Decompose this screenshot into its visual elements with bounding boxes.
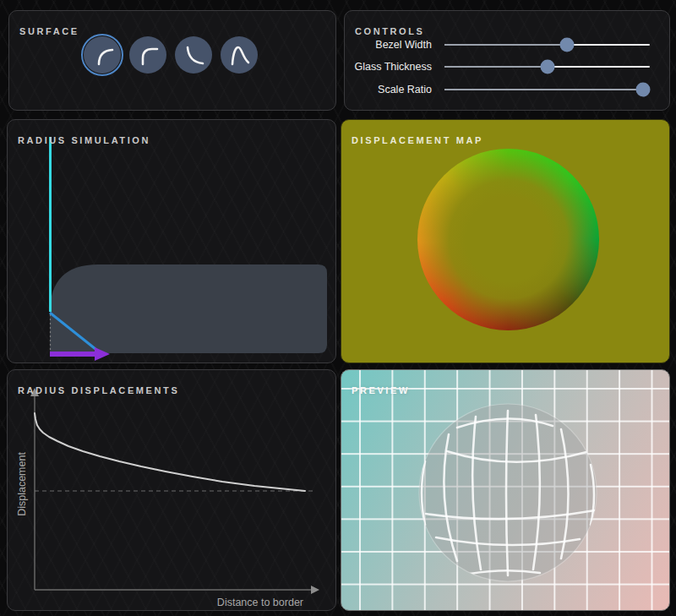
scale-ratio-label: Scale Ratio (345, 84, 432, 95)
displacement-chart: Displacement Distance to border (8, 370, 336, 611)
scale-ratio-slider-row: Scale Ratio (345, 82, 669, 97)
glass-surface-shape (50, 264, 327, 353)
lens-distorted-grid (419, 404, 597, 581)
bump-icon (221, 36, 258, 74)
bezel-width-slider-thumb[interactable] (559, 38, 574, 52)
rounded-corner-icon (129, 36, 166, 74)
x-axis-label: Distance to border (217, 597, 303, 608)
radius-simulation-canvas (8, 120, 336, 363)
bezel-width-slider-fill (444, 44, 567, 46)
radius-simulation-panel: RADIUS SIMULATION (7, 119, 336, 363)
surface-panel: SURFACE (8, 10, 336, 111)
convex-arc-icon (84, 36, 121, 74)
surface-option-convex-arc[interactable] (84, 36, 121, 74)
radius-simulation-panel-title: RADIUS SIMULATION (18, 135, 150, 145)
scale-ratio-slider-thumb[interactable] (635, 83, 650, 97)
surface-option-rounded-corner[interactable] (129, 36, 166, 74)
preview-panel-title: PREVIEW (352, 385, 410, 395)
surface-panel-title: SURFACE (19, 26, 79, 36)
radius-displacements-panel-title: RADIUS DISPLACEMENTS (18, 385, 179, 395)
bezel-width-slider-track[interactable] (444, 44, 650, 46)
liquid-glass-tool-app: { "surface": { "title": "SURFACE", "opti… (0, 0, 676, 616)
scale-ratio-slider-fill (444, 89, 643, 90)
displacement-map-panel-title: DISPLACEMENT MAP (352, 135, 483, 145)
bezel-width-label: Bezel Width (345, 39, 432, 51)
surface-option-bump[interactable] (221, 36, 258, 74)
glass-thickness-label: Glass Thickness (345, 61, 432, 73)
y-axis-label: Displacement (16, 452, 28, 516)
displacement-map-panel: DISPLACEMENT MAP (341, 119, 670, 363)
radius-displacements-panel: RADIUS DISPLACEMENTS Displacement Distan… (7, 369, 336, 611)
surface-option-ease-out-decay[interactable] (175, 36, 212, 74)
glass-thickness-slider-fill (444, 66, 548, 68)
lens-distortion (341, 370, 670, 611)
preview-panel: PREVIEW (341, 369, 670, 611)
glass-thickness-slider-row: Glass Thickness (345, 59, 669, 74)
bezel-width-slider-row: Bezel Width (345, 37, 669, 52)
ease-out-decay-icon (175, 36, 212, 74)
glass-thickness-slider-thumb[interactable] (541, 60, 555, 74)
scale-ratio-slider-track[interactable] (444, 89, 650, 90)
surface-options-group (84, 36, 258, 74)
controls-panel: CONTROLS Bezel Width Glass Thickness Sca… (344, 10, 670, 111)
displacement-curve (35, 413, 305, 491)
controls-panel-title: CONTROLS (355, 26, 425, 36)
x-axis-arrow-icon (311, 586, 319, 594)
displacement-sphere (417, 149, 599, 330)
glass-thickness-slider-track[interactable] (444, 66, 650, 68)
